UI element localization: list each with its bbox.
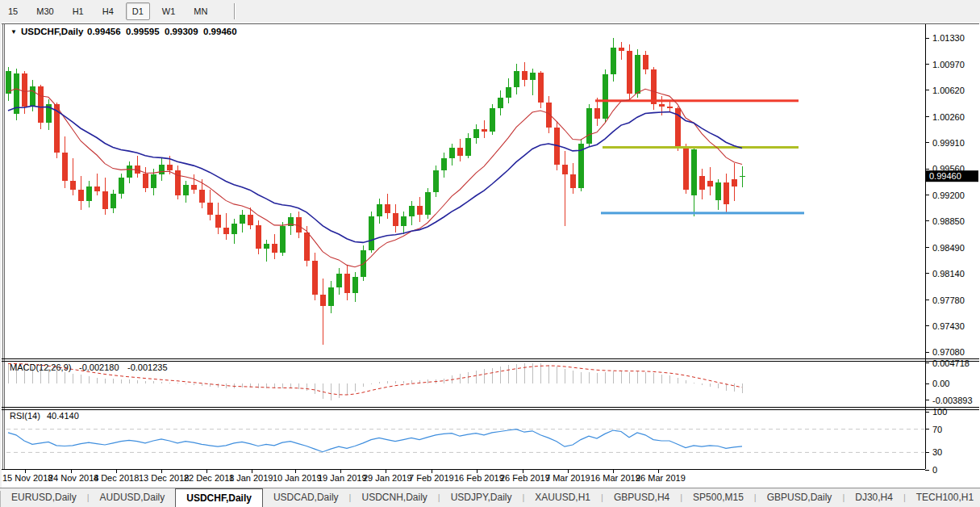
candle-body [119, 178, 124, 194]
date-axis-label: 29 Jan 2019 [363, 473, 412, 483]
candle-wick [73, 158, 73, 195]
candle-body [506, 87, 511, 98]
timeframe-button-w1[interactable]: W1 [156, 2, 182, 20]
timeframe-button-15[interactable]: 15 [2, 2, 24, 20]
price-axis-label: 0.97430 [932, 321, 965, 331]
candle-body [280, 226, 286, 253]
date-axis-label: 10 Jan 2019 [273, 473, 322, 483]
macd-indicator-label: MACD(12,26,9) [10, 362, 71, 372]
rsi-axis-label: 0 [932, 465, 937, 475]
candle-body [167, 165, 173, 170]
chart-symbol-title: USDCHF,Daily [21, 27, 84, 36]
symbol-tab-gbpusd[interactable]: GBPUSD,Daily [757, 488, 843, 507]
candle-body [401, 216, 407, 227]
date-axis-label: 15 Nov 2018 [2, 473, 52, 483]
symbol-tab-xauusd[interactable]: XAUUSD,H1 [524, 488, 601, 507]
candle-body [151, 174, 156, 188]
candle-body [183, 185, 189, 195]
candle-body [191, 185, 197, 190]
macd-axis-label: -0.003893 [932, 396, 973, 405]
chart-chrome [2, 23, 980, 488]
candle-body [248, 215, 253, 225]
candle-body [715, 182, 721, 200]
candle-body [699, 176, 705, 190]
candle-body [78, 190, 84, 202]
candle-wick [194, 174, 194, 194]
ohlc-low: 0.99309 [165, 27, 198, 36]
date-axis-label: 7 Mar 2019 [545, 473, 590, 483]
candle-body [594, 108, 600, 119]
candle-body [199, 190, 205, 203]
candle-body [498, 98, 503, 108]
price-axis-label: 0.98490 [932, 243, 965, 253]
candle-body [272, 244, 277, 253]
candle-body [538, 73, 544, 103]
symbol-tab-dj30[interactable]: DJ30,H4 [844, 488, 903, 507]
timeframe-button-mn[interactable]: MN [187, 2, 214, 20]
broken-support-line[interactable] [603, 146, 799, 149]
symbol-tab-gbpusd[interactable]: GBPUSD,H4 [603, 488, 680, 507]
support-line[interactable] [601, 212, 804, 214]
price-axis-label: 0.97780 [932, 295, 965, 305]
timeframe-button-h1[interactable]: H1 [66, 2, 90, 20]
candle-body [312, 261, 318, 295]
candle-body [603, 74, 608, 119]
date-axis-label: 1 Jan 2019 [229, 473, 273, 483]
timeframe-button-d1[interactable]: D1 [126, 2, 150, 20]
date-axis-label: 26 Feb 2019 [500, 473, 550, 483]
candle-body [231, 224, 237, 234]
symbol-dropdown-icon[interactable]: ▼ [10, 28, 17, 36]
timeframe-button-h4[interactable]: H4 [96, 2, 120, 20]
date-axis-label: 24 Nov 2018 [48, 473, 98, 483]
candle-body [344, 274, 350, 293]
macd-signal-value: -0.001235 [127, 362, 168, 372]
date-axis-label: 13 Dec 2018 [139, 473, 189, 483]
symbol-tab-audusd[interactable]: AUDUSD,Daily [90, 488, 176, 507]
macd-main-value: -0.002180 [79, 362, 119, 372]
candle-body [724, 182, 729, 205]
ohlc-close: 0.99460 [203, 27, 237, 36]
candle-body [6, 71, 11, 94]
symbol-tab-sp500[interactable]: SP500,M15 [682, 488, 754, 507]
candle-body [465, 138, 471, 156]
candle-body [490, 108, 495, 132]
candle-body [707, 181, 713, 186]
symbol-tab-usdjpy[interactable]: USDJPY,Daily [440, 488, 523, 507]
candle-body [264, 244, 269, 249]
price-chart-canvas[interactable]: 1.013301.009701.006201.002600.999100.995… [0, 23, 980, 488]
price-axis-label: 0.99200 [932, 191, 965, 200]
candle-body [570, 174, 576, 188]
candle-wick [97, 174, 98, 196]
symbol-tab-eurusd[interactable]: EURUSD,Daily [1, 488, 87, 507]
candle-body [417, 206, 423, 215]
candle-wick [323, 279, 323, 345]
symbol-tab-usdchf[interactable]: USDCHF,Daily [175, 488, 263, 507]
rsi-axis-label: 70 [932, 425, 942, 434]
candle-body [62, 153, 68, 181]
candle-body [473, 129, 479, 138]
symbol-tab-usdcnh[interactable]: USDCNH,Daily [351, 488, 437, 507]
date-axis-label: 16 Feb 2019 [454, 473, 504, 483]
ohlc-open: 0.99456 [87, 27, 121, 36]
candle-body [457, 148, 463, 155]
price-axis-label: 1.00620 [932, 86, 965, 95]
candle-body [304, 233, 310, 261]
candle-body [522, 71, 528, 80]
symbol-tab-tech100[interactable]: TECH100,H1 [906, 488, 980, 507]
candle-body [482, 129, 487, 132]
candle-body [111, 194, 116, 208]
candle-body [102, 191, 108, 209]
candle-body [449, 148, 455, 158]
rsi-current-value: 40.4140 [47, 411, 79, 421]
price-axis-label: 0.97080 [932, 347, 965, 357]
candle-body [86, 186, 92, 201]
candle-body [22, 73, 27, 107]
candle-wick [565, 151, 565, 226]
symbol-tab-usdcad[interactable]: USDCAD,Daily [263, 488, 349, 507]
candle-body [611, 48, 616, 74]
date-axis-label: 16 Mar 2019 [590, 473, 640, 483]
candle-body [143, 174, 148, 188]
date-axis-label: 19 Jan 2019 [318, 473, 367, 483]
timeframe-button-m30[interactable]: M30 [30, 2, 60, 20]
candle-body [619, 48, 624, 51]
